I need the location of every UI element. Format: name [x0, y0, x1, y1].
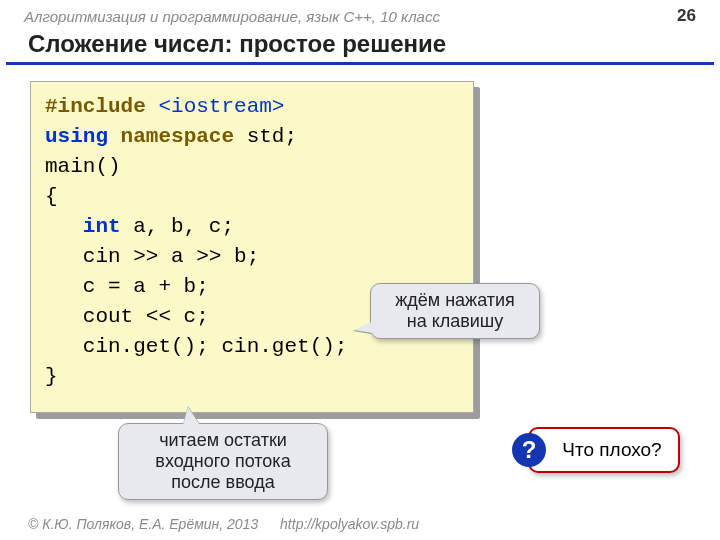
- code-main: main(): [45, 155, 121, 178]
- callout-read-rest: читаем остаткивходного потокапосле ввода: [118, 423, 328, 500]
- code-int: int: [83, 215, 121, 238]
- page-title: Сложение чисел: простое решение: [0, 28, 720, 62]
- course-label: Алгоритмизация и программирование, язык …: [24, 8, 440, 25]
- footer-copyright: © К.Ю. Поляков, Е.А. Ерёмин, 2013: [28, 516, 258, 532]
- callout-whats-bad: ? Что плохо?: [528, 427, 680, 473]
- code-namespace: namespace: [108, 125, 247, 148]
- question-mark-icon: ?: [512, 433, 546, 467]
- callout-read-rest-text: читаем остаткивходного потокапосле ввода: [155, 430, 290, 492]
- code-using: using: [45, 125, 108, 148]
- code-cin: cin >> a >> b;: [45, 245, 259, 268]
- code-cinget: cin.get(); cin.get();: [45, 335, 347, 358]
- code-brace-open: {: [45, 185, 58, 208]
- callout-tail-icon: [354, 322, 372, 333]
- code-indent: [45, 215, 83, 238]
- code-box: #include <iostream> using namespace std;…: [30, 81, 474, 413]
- page-number: 26: [677, 6, 696, 26]
- callout-whats-bad-text: Что плохо?: [562, 439, 661, 460]
- code-include-directive: #include: [45, 95, 158, 118]
- code-include-header: <iostream>: [158, 95, 284, 118]
- code-brace-close: }: [45, 365, 58, 388]
- code-assign: c = a + b;: [45, 275, 209, 298]
- footer: © К.Ю. Поляков, Е.А. Ерёмин, 2013 http:/…: [0, 510, 720, 540]
- callout-tail-icon: [183, 407, 200, 425]
- content-area: #include <iostream> using namespace std;…: [0, 65, 720, 485]
- code-std: std;: [247, 125, 297, 148]
- code-vars: a, b, c;: [121, 215, 234, 238]
- code-cout: cout << c;: [45, 305, 209, 328]
- callout-wait-key-text: ждём нажатияна клавишу: [395, 290, 515, 331]
- callout-wait-key: ждём нажатияна клавишу: [370, 283, 540, 339]
- footer-url: http://kpolyakov.spb.ru: [280, 516, 419, 532]
- top-bar: Алгоритмизация и программирование, язык …: [0, 0, 720, 28]
